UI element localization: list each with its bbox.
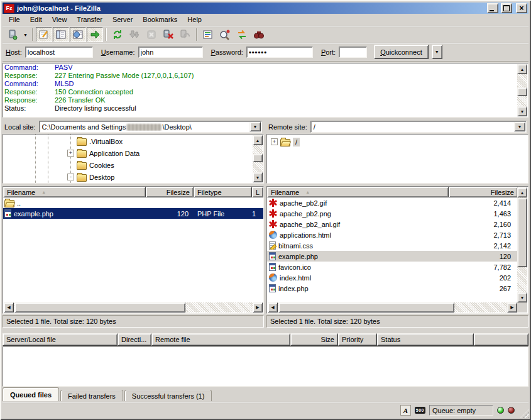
queue-column-priority[interactable]: Priority (338, 333, 377, 346)
remote-file-row[interactable]: index.html 202 (267, 272, 518, 283)
tree-item-desktop[interactable]: - Desktop (67, 171, 114, 183)
queue-list[interactable] (3, 346, 528, 387)
toggle-remote-tree-button[interactable] (70, 27, 86, 42)
toggle-transfer-queue-button[interactable] (87, 27, 103, 42)
quickconnect-dropdown[interactable] (432, 45, 442, 59)
filezilla-logo-icon: Fz (4, 4, 14, 13)
local-tree: .VirtualBox + Application Data Cookies -… (3, 134, 264, 184)
toolbar-separator (106, 28, 107, 41)
local-list-hscrollbar[interactable] (4, 302, 263, 312)
password-input[interactable] (246, 47, 313, 58)
remote-file-row[interactable]: apache_pb2.gif 2,414 (267, 197, 518, 208)
queue-column-status[interactable]: Status (377, 333, 474, 346)
menu-view[interactable]: View (47, 14, 72, 25)
minimize-button[interactable] (487, 3, 498, 13)
remote-file-row[interactable]: applications.html 2,713 (267, 229, 518, 240)
scrollbar-thumb[interactable] (253, 154, 263, 162)
directory-filters-button[interactable] (200, 27, 216, 42)
title-bar[interactable]: Fz john@localhost - FileZilla (3, 3, 528, 14)
scroll-left-button[interactable] (4, 302, 14, 312)
queue-column-direction[interactable]: Directi... (118, 333, 151, 346)
remote-list-vscrollbar[interactable] (517, 187, 527, 302)
tab-failed-transfers[interactable]: Failed transfers (60, 390, 123, 401)
local-path-combo[interactable]: C:\Documents and Settings\Desktop\ (39, 121, 262, 133)
scroll-down-button[interactable] (517, 106, 527, 116)
queue-column-size[interactable]: Size (290, 333, 338, 346)
scroll-down-button[interactable] (517, 292, 527, 302)
scrollbar-thumb[interactable] (517, 87, 527, 96)
local-column-filesize[interactable]: Filesize (146, 187, 194, 197)
reconnect-button[interactable] (177, 27, 194, 42)
port-input[interactable] (339, 47, 367, 58)
remote-path-combo[interactable]: / (310, 121, 527, 133)
local-file-row-selected[interactable]: example.php 120 PHP File 1 (3, 208, 263, 219)
local-column-filetype[interactable]: Filetype (194, 187, 252, 197)
local-file-row-parent[interactable]: .. (3, 197, 263, 208)
menu-file[interactable]: File (4, 14, 25, 25)
remote-file-row[interactable]: bitnami.css 2,142 (267, 240, 518, 251)
scroll-right-button[interactable] (253, 302, 263, 312)
remote-file-row[interactable]: favicon.ico 7,782 (267, 262, 518, 272)
tree-item-virtualbox[interactable]: .VirtualBox (67, 135, 123, 147)
tab-queued-files[interactable]: Queued files (3, 387, 59, 401)
scrollbar-thumb[interactable] (278, 302, 454, 312)
tab-successful-transfers[interactable]: Successful transfers (1) (124, 390, 212, 401)
queue-column-server-local-file[interactable]: Server/Local file (3, 333, 118, 346)
find-files-button[interactable] (251, 27, 267, 42)
scrollbar-thumb[interactable] (517, 198, 527, 267)
scroll-up-button[interactable] (253, 135, 263, 145)
ascii-data-type-icon: A (400, 405, 411, 416)
scrollbar-thumb[interactable] (14, 302, 185, 312)
local-column-last-modified[interactable]: L (252, 187, 263, 197)
scroll-up-button[interactable] (517, 64, 527, 74)
remote-list-hscrollbar[interactable] (268, 302, 517, 312)
site-manager-dropdown[interactable] (21, 27, 30, 42)
remote-file-row[interactable]: index.php 267 (267, 283, 518, 294)
menu-bar: File Edit View Transfer Server Bookmarks… (3, 14, 528, 25)
synchronized-browsing-button[interactable] (234, 27, 250, 42)
remote-file-row[interactable]: apache_pb2_ani.gif 2,160 (267, 219, 518, 229)
toggle-local-tree-icon (55, 29, 67, 40)
refresh-button[interactable] (109, 27, 126, 42)
username-input[interactable] (138, 47, 203, 58)
tree-item-root[interactable]: + / (271, 136, 300, 148)
process-queue-button[interactable] (126, 27, 143, 42)
menu-edit[interactable]: Edit (25, 14, 47, 25)
queue-column-remote-file[interactable]: Remote file (151, 333, 290, 346)
tree-item-application-data[interactable]: + Application Data (67, 147, 140, 159)
tree-expander[interactable]: + (271, 138, 278, 145)
quickconnect-button[interactable]: Quickconnect (374, 45, 429, 59)
local-column-filename[interactable]: Filename (3, 187, 146, 197)
cancel-operation-button[interactable] (143, 27, 160, 42)
scroll-right-button[interactable] (507, 302, 517, 312)
remote-path-dropdown[interactable] (514, 122, 525, 131)
tree-expander[interactable]: - (67, 174, 74, 180)
local-tree-scrollbar[interactable] (253, 135, 263, 182)
site-manager-button[interactable] (4, 27, 21, 42)
local-path-dropdown[interactable] (249, 122, 261, 131)
remote-column-filename[interactable]: Filename (267, 187, 449, 197)
menu-help[interactable]: Help (182, 14, 207, 25)
remote-file-row[interactable]: apache_pb2.png 1,463 (267, 208, 518, 219)
menu-server[interactable]: Server (107, 14, 138, 25)
scroll-down-button[interactable] (253, 172, 263, 182)
log-scrollbar[interactable] (517, 64, 527, 116)
remote-column-filesize[interactable]: Filesize (449, 187, 518, 197)
menu-transfer[interactable]: Transfer (72, 14, 107, 25)
toggle-local-tree-button[interactable] (53, 27, 69, 42)
directory-comparison-button[interactable] (217, 27, 233, 42)
remote-file-row-selected[interactable]: example.php 120 (267, 251, 518, 262)
tree-expander[interactable]: + (67, 150, 74, 157)
tree-item-cookies[interactable]: Cookies (67, 159, 114, 171)
folder-icon (77, 150, 87, 158)
disconnect-icon (162, 29, 175, 40)
host-input[interactable] (25, 47, 93, 58)
toggle-message-log-button[interactable] (36, 27, 52, 42)
menu-bookmarks[interactable]: Bookmarks (138, 14, 182, 25)
maximize-button[interactable] (501, 3, 512, 13)
scroll-left-button[interactable] (268, 302, 278, 312)
scroll-up-button[interactable] (517, 187, 527, 197)
close-button[interactable] (516, 3, 527, 13)
find-files-icon (253, 29, 265, 40)
disconnect-button[interactable] (160, 27, 177, 42)
